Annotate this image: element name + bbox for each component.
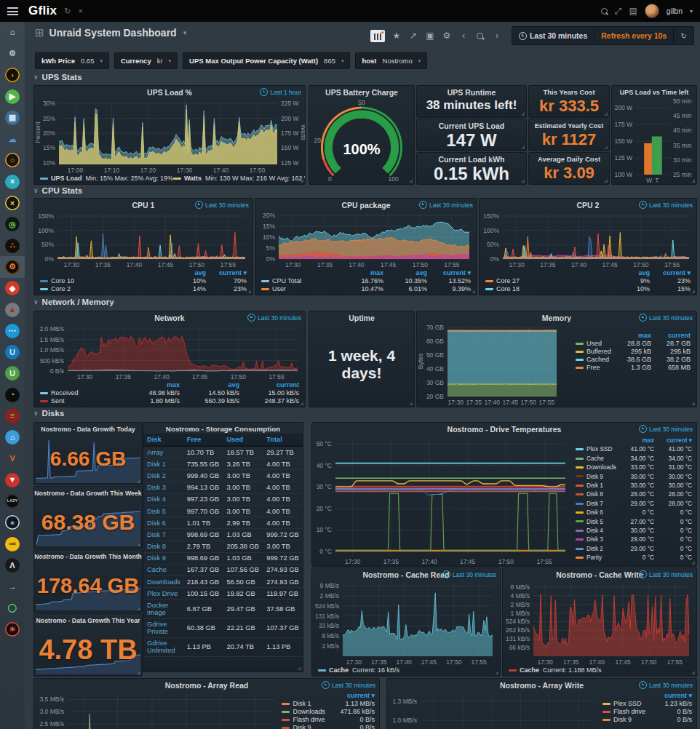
sidebar-item-jackett[interactable]: Λ xyxy=(0,554,25,575)
panel-title[interactable]: Nostromo - Data Growth This Week xyxy=(34,488,141,497)
legend-row[interactable]: Buffered xyxy=(576,348,612,355)
row-cpu-stats[interactable]: ∨CPU Stats xyxy=(33,186,82,195)
panel-title[interactable]: CPU 2 xyxy=(577,199,600,210)
legend-row[interactable]: Parity xyxy=(576,553,616,562)
panel-title[interactable]: Estimated Yearly Cost xyxy=(535,121,603,130)
disk-link[interactable]: Disk 5 xyxy=(143,505,183,517)
disk-link[interactable]: Docker Image xyxy=(143,599,183,618)
time-range-label[interactable]: Last 30 minutes xyxy=(247,314,301,322)
tv-mode-icon[interactable]: ▤ xyxy=(629,7,637,15)
legend-row[interactable]: Disk 2 xyxy=(576,544,616,553)
legend-row[interactable]: Disk 7 xyxy=(576,499,616,508)
sidebar-item-docker[interactable]: ▦ xyxy=(0,107,25,128)
sidebar-item-resilio[interactable]: ⋯ xyxy=(0,320,25,341)
sidebar-item-ring-green[interactable]: ◎ xyxy=(0,214,25,235)
disk-link[interactable]: Disk 2 xyxy=(143,470,183,482)
add-panel-button[interactable]: + xyxy=(370,30,385,42)
legend-row[interactable]: Plex SSD xyxy=(602,700,645,707)
refresh-button[interactable]: ↻ xyxy=(673,27,693,44)
sidebar-item-emby[interactable]: ▶ xyxy=(0,86,25,107)
panel-title[interactable]: UPS Load vs Time left xyxy=(620,87,688,96)
sidebar-item-switch[interactable]: ≡ xyxy=(0,405,25,426)
variable-value[interactable]: kr xyxy=(157,57,163,65)
panel-title[interactable]: Nostromo - Data Growth Today xyxy=(41,424,135,433)
panel-title[interactable]: Current UPS Load xyxy=(439,120,504,130)
row-disks[interactable]: ∨Disks xyxy=(33,409,64,418)
disk-link[interactable]: Disk 4 xyxy=(143,493,183,505)
ups-battery-gauge[interactable]: 02050100 xyxy=(309,97,414,184)
disk-link[interactable]: Disk 7 xyxy=(143,529,183,541)
cpu1-chart[interactable]: 150%100%50%0%17:3017:3517:4017:4517:5017… xyxy=(34,210,252,269)
legend-row[interactable]: Disk 8 xyxy=(576,490,616,498)
legend-row[interactable]: Received xyxy=(40,389,120,397)
legend-item[interactable]: CacheCurrent: 16 kB/s xyxy=(318,666,399,674)
sidebar-item-jdownloader[interactable]: ∗ xyxy=(0,618,25,640)
panel-title[interactable]: Nostromo - Array Read xyxy=(165,680,249,690)
disk-link[interactable]: Gdrive Unlimited xyxy=(143,637,183,656)
sidebar-item-shield[interactable]: ◆ xyxy=(0,278,25,299)
legend-column-header[interactable]: avg xyxy=(183,381,239,389)
panel-title[interactable]: UPS Load % xyxy=(147,87,192,97)
time-range-label[interactable]: Last 30 minutes xyxy=(195,201,249,209)
sidebar-item-sync-teal[interactable]: × xyxy=(0,171,25,192)
row-ups-stats[interactable]: ∨UPS Stats xyxy=(33,73,82,81)
share-button[interactable]: ↗ xyxy=(408,31,418,41)
sidebar-item-planet[interactable]: ◔ xyxy=(0,384,25,405)
legend-row[interactable]: Core 18 xyxy=(485,285,609,292)
cache-write-chart[interactable]: 8 MB/s4 MB/s2 MB/s1 MB/s524 kB/s262 kB/s… xyxy=(503,579,696,666)
legend-column-header[interactable]: current ▾ xyxy=(653,269,691,276)
title-caret-icon[interactable]: ▾ xyxy=(183,29,187,36)
sidebar-item-arrow-down-red[interactable]: ▼ xyxy=(0,469,25,490)
page-title[interactable]: Unraid System Dashboard xyxy=(49,27,177,39)
refresh-interval-button[interactable]: Refresh every 10s xyxy=(594,27,673,44)
time-forward-button[interactable]: › xyxy=(492,31,502,41)
user-menu[interactable]: gilbn xyxy=(667,7,683,15)
legend-row[interactable]: Flash drive xyxy=(282,716,325,723)
variable-kwh-price[interactable]: kWh Price0.65▾ xyxy=(35,52,109,69)
sidebar-item-plex[interactable]: › xyxy=(0,65,25,86)
legend-column-header[interactable]: current ▾ xyxy=(209,269,247,276)
legend-column-header[interactable]: max xyxy=(615,332,651,339)
variable-value[interactable]: Nostromo xyxy=(383,57,413,65)
legend-row[interactable]: Core 2 xyxy=(40,285,165,292)
disk-link[interactable]: Disk 3 xyxy=(143,482,183,493)
legend-row[interactable]: CPU Total xyxy=(261,277,340,284)
column-header[interactable]: Disk xyxy=(143,434,183,446)
time-range-label[interactable]: Last 30 minutes xyxy=(322,681,375,689)
legend-row[interactable]: Used xyxy=(576,340,612,347)
fullscreen-icon[interactable]: ⤢ xyxy=(615,7,622,15)
panel-title[interactable]: UPS Battery Charge xyxy=(325,87,398,97)
time-range-label[interactable]: Last 30 minutes xyxy=(419,201,473,209)
legend-row[interactable]: Disk 9 xyxy=(602,716,645,723)
time-range-label[interactable]: Last 30 minutes xyxy=(442,570,496,578)
variable-value[interactable]: 865 xyxy=(324,57,335,65)
legend-row[interactable]: Disk 4 xyxy=(576,526,616,535)
legend-item[interactable]: UPS LoadMin: 15% Max: 25% Avg: 19% xyxy=(40,175,173,182)
legend-row[interactable]: Disk 3 xyxy=(576,535,616,543)
memory-chart[interactable]: 70 GB60 GB50 GB40 GB30 GB20 GB17:3017:35… xyxy=(417,322,561,407)
sidebar-item-nodes[interactable]: ∴ xyxy=(0,235,25,256)
star-button[interactable]: ★ xyxy=(391,31,402,41)
time-range-label[interactable]: Last 30 minutes xyxy=(639,314,693,322)
time-back-button[interactable]: ‹ xyxy=(458,31,469,41)
legend-row[interactable]: Disk 9 xyxy=(576,472,616,481)
sidebar-item-pihole[interactable]: ▲ xyxy=(0,299,25,320)
settings-button[interactable]: ⚙ xyxy=(442,31,452,41)
search-icon[interactable] xyxy=(601,8,608,15)
time-range-button[interactable]: Last 30 minutes xyxy=(512,27,594,44)
legend-row[interactable]: Core 10 xyxy=(40,277,165,284)
array-read-chart[interactable]: 3.5 MB/s3.0 MB/s2.5 MB/s2.0 MB/s1.5 MB/s… xyxy=(34,690,282,729)
legend-item[interactable]: CacheCurrent: 1.188 MB/s xyxy=(509,666,602,674)
legend-column-header[interactable]: max xyxy=(343,269,383,276)
sidebar-item-settings[interactable]: ⚙ xyxy=(0,43,25,64)
panel-title[interactable]: Nostromo - Cache Write xyxy=(556,569,643,579)
legend-row[interactable]: Cache xyxy=(576,454,616,463)
column-header[interactable]: Free xyxy=(183,434,223,446)
panel-title[interactable]: Nostromo - Cache Read xyxy=(362,569,449,579)
disk-link[interactable]: Disk 9 xyxy=(143,552,183,564)
legend-row[interactable]: Cached xyxy=(576,356,612,363)
kiosk-close-icon[interactable]: × xyxy=(79,7,83,15)
panel-title[interactable]: Nostromo - Storage Consumption xyxy=(166,423,280,433)
disk-link[interactable]: Downloads xyxy=(143,576,183,588)
time-range-label[interactable]: Last 30 minutes xyxy=(639,681,693,689)
